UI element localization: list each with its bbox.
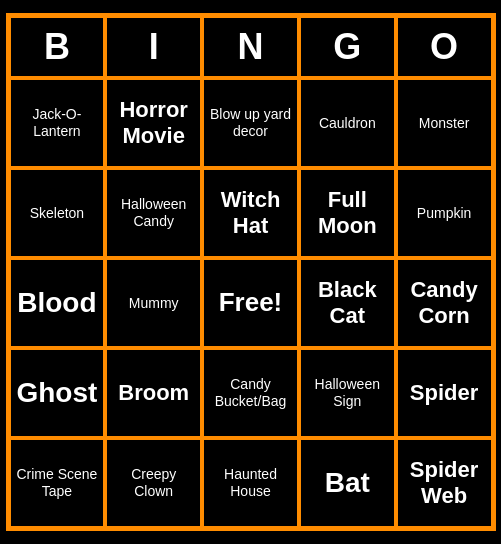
header-letter-b: B [9,16,106,78]
bingo-header: BINGO [9,16,493,78]
cell-label: Pumpkin [417,205,471,222]
bingo-cell: Haunted House [202,438,299,528]
bingo-cell: Horror Movie [105,78,202,168]
cell-label: Mummy [129,295,179,312]
cell-label: Free! [219,287,283,318]
bingo-cell: Crime Scene Tape [9,438,106,528]
header-letter-o: O [396,16,493,78]
bingo-cell: Jack-O-Lantern [9,78,106,168]
cell-label: Ghost [16,376,97,410]
bingo-cell: Candy Bucket/Bag [202,348,299,438]
bingo-cell: Bat [299,438,396,528]
header-letter-i: I [105,16,202,78]
bingo-cell: Skeleton [9,168,106,258]
cell-label: Witch Hat [208,187,293,240]
bingo-cell: Witch Hat [202,168,299,258]
cell-label: Spider [410,380,478,406]
cell-label: Full Moon [305,187,390,240]
cell-label: Halloween Sign [305,376,390,410]
bingo-grid: Jack-O-LanternHorror MovieBlow up yard d… [9,78,493,528]
bingo-cell: Monster [396,78,493,168]
header-letter-g: G [299,16,396,78]
bingo-cell: Black Cat [299,258,396,348]
cell-label: Haunted House [208,466,293,500]
bingo-cell: Ghost [9,348,106,438]
cell-label: Cauldron [319,115,376,132]
bingo-cell: Halloween Candy [105,168,202,258]
bingo-cell: Blow up yard decor [202,78,299,168]
cell-label: Candy Bucket/Bag [208,376,293,410]
cell-label: Creepy Clown [111,466,196,500]
cell-label: Candy Corn [402,277,487,330]
cell-label: Skeleton [30,205,84,222]
bingo-cell: Blood [9,258,106,348]
bingo-card: BINGO Jack-O-LanternHorror MovieBlow up … [6,13,496,531]
bingo-cell: Cauldron [299,78,396,168]
header-letter-n: N [202,16,299,78]
bingo-cell: Candy Corn [396,258,493,348]
cell-label: Crime Scene Tape [15,466,100,500]
cell-label: Horror Movie [111,97,196,150]
cell-label: Bat [325,466,370,500]
bingo-cell: Pumpkin [396,168,493,258]
bingo-cell: Free! [202,258,299,348]
cell-label: Broom [118,380,189,406]
bingo-cell: Spider [396,348,493,438]
cell-label: Black Cat [305,277,390,330]
cell-label: Blood [17,286,96,320]
cell-label: Blow up yard decor [208,106,293,140]
bingo-cell: Creepy Clown [105,438,202,528]
bingo-cell: Halloween Sign [299,348,396,438]
cell-label: Monster [419,115,470,132]
bingo-cell: Mummy [105,258,202,348]
bingo-cell: Broom [105,348,202,438]
bingo-cell: Full Moon [299,168,396,258]
cell-label: Spider Web [402,457,487,510]
bingo-cell: Spider Web [396,438,493,528]
cell-label: Halloween Candy [111,196,196,230]
cell-label: Jack-O-Lantern [15,106,100,140]
